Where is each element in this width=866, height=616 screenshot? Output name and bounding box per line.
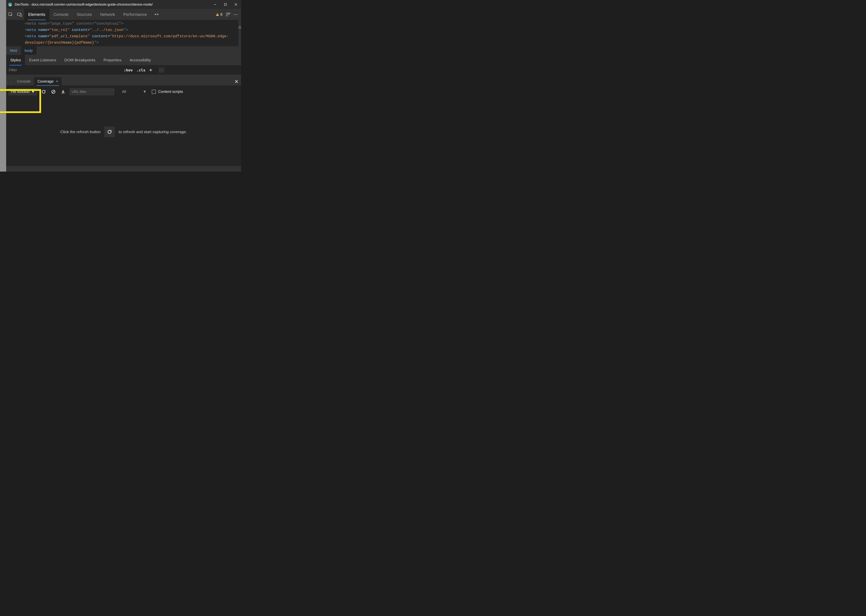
drawer: ⋮⋮ Console Coverage ✕ Per function▼ [6, 77, 241, 171]
warnings-badge[interactable]: 6 [216, 12, 222, 17]
svg-point-14 [235, 14, 236, 15]
new-style-rule-button[interactable]: + [149, 67, 152, 73]
coverage-body: Click the refresh button to refresh and … [6, 98, 241, 166]
drawer-tabbar: ⋮⋮ Console Coverage ✕ [6, 77, 241, 86]
cls-toggle[interactable]: .cls [137, 68, 145, 72]
clear-button[interactable] [50, 89, 57, 95]
svg-point-12 [226, 13, 228, 14]
more-tabs-button[interactable] [151, 9, 162, 20]
feedback-icon[interactable] [225, 12, 230, 17]
subtab-event-listeners[interactable]: Event Listeners [25, 55, 60, 65]
main-toolbar: Elements Console Sources Network Perform… [6, 9, 241, 20]
styles-scroll-stub [159, 68, 164, 73]
coverage-refresh-hint-button[interactable] [104, 127, 115, 137]
devtools-window: DevTools - docs.microsoft.com/en-us/micr… [6, 0, 241, 171]
chevron-down-icon: ▼ [143, 90, 146, 94]
elements-sub-tabs: Styles Event Listeners DOM Breakpoints P… [6, 55, 241, 65]
svg-rect-10 [217, 14, 217, 15]
tab-performance[interactable]: Performance [119, 9, 151, 20]
hov-toggle[interactable]: :hov [124, 68, 133, 72]
outer-left-strip [0, 0, 6, 171]
coverage-url-filter-input[interactable] [69, 88, 114, 95]
svg-line-19 [52, 91, 55, 93]
tab-console[interactable]: Console [49, 9, 73, 20]
warnings-count: 6 [220, 12, 222, 17]
reload-button[interactable] [41, 89, 47, 95]
devtools-app-icon [8, 2, 12, 6]
chevron-down-icon: ▼ [31, 90, 35, 94]
scrollbar-vertical[interactable] [239, 20, 241, 46]
window-title: DevTools - docs.microsoft.com/en-us/micr… [15, 3, 153, 6]
breadcrumb: html body [6, 46, 241, 55]
styles-filter-input[interactable] [6, 66, 118, 75]
svg-rect-4 [225, 3, 227, 6]
close-coverage-tab-icon[interactable]: ✕ [56, 80, 58, 83]
styles-filter-row: :hov .cls + [6, 65, 241, 75]
svg-point-15 [237, 14, 238, 15]
svg-rect-11 [217, 15, 217, 16]
close-window-button[interactable] [231, 0, 241, 9]
window-controls [210, 0, 241, 9]
minimize-button[interactable] [210, 0, 220, 9]
drawer-tab-coverage[interactable]: Coverage ✕ [34, 77, 61, 86]
code-line-meta-2: <meta name="pdf_url_template" content="h… [25, 33, 239, 46]
coverage-mode-select[interactable]: Per function▼ [8, 88, 37, 95]
subtab-accessibility[interactable]: Accessibility [125, 55, 155, 65]
subtab-dom-breakpoints[interactable]: DOM Breakpoints [60, 55, 99, 65]
code-line-cut: <meta name="page_type" content="conceptu… [25, 20, 239, 27]
inspect-element-icon[interactable] [6, 9, 15, 20]
crumb-html[interactable]: html [6, 46, 21, 55]
tab-elements[interactable]: Elements [24, 9, 49, 20]
code-line-meta-1: <meta name="toc_rel" content="../../toc.… [25, 27, 239, 33]
drawer-drag-handle[interactable]: ⋮⋮ [6, 77, 14, 86]
content-scripts-label: Content scripts [158, 90, 183, 94]
tab-sources[interactable]: Sources [72, 9, 96, 20]
coverage-toolbar: Per function▼ All▼ [6, 86, 241, 98]
svg-point-13 [234, 14, 235, 15]
scrollbar-thumb[interactable] [239, 26, 241, 29]
svg-rect-20 [61, 93, 65, 93]
content-scripts-checkbox[interactable]: Content scripts [152, 90, 183, 94]
settings-menu-icon[interactable] [233, 14, 238, 15]
export-button[interactable] [60, 89, 66, 95]
checkbox-icon [152, 90, 156, 94]
maximize-button[interactable] [220, 0, 231, 9]
crumb-body[interactable]: body [21, 46, 36, 55]
drawer-tab-console[interactable]: Console [14, 77, 34, 86]
coverage-type-select[interactable]: All▼ [118, 90, 148, 94]
coverage-msg-before: Click the refresh button [60, 130, 101, 134]
elements-code-view[interactable]: <meta name="page_type" content="conceptu… [6, 20, 241, 46]
styles-underhang [6, 75, 241, 77]
device-toolbar-icon[interactable] [15, 9, 24, 20]
svg-rect-9 [20, 14, 22, 16]
subtab-styles[interactable]: Styles [6, 55, 25, 65]
coverage-msg-after: to refresh and start capturing coverage. [118, 130, 187, 134]
close-drawer-button[interactable] [232, 77, 241, 86]
titlebar: DevTools - docs.microsoft.com/en-us/micr… [6, 0, 241, 9]
tab-network[interactable]: Network [96, 9, 119, 20]
svg-rect-2 [9, 5, 11, 6]
drawer-bottom-bar [6, 166, 241, 171]
subtab-properties[interactable]: Properties [99, 55, 126, 65]
